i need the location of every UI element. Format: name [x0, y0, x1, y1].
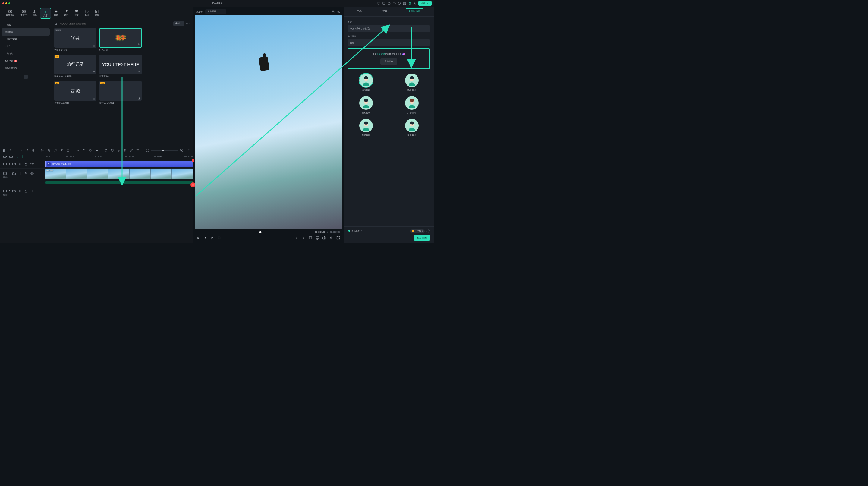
timeline-zoom[interactable]	[146, 148, 184, 152]
preview-canvas[interactable]	[195, 15, 342, 230]
cursor-icon[interactable]	[9, 148, 13, 152]
asset-item[interactable]: VIP旅行Vlog标题11	[99, 81, 142, 104]
ungroup-icon[interactable]	[89, 148, 92, 152]
lock-icon[interactable]	[24, 189, 28, 193]
cart-icon[interactable]	[408, 2, 411, 5]
layout-grid-icon[interactable]	[332, 10, 335, 13]
account-icon[interactable]	[413, 2, 416, 5]
download-icon[interactable]	[93, 97, 96, 100]
add-track-icon[interactable]	[3, 155, 7, 159]
tab-template[interactable]: 模板	[92, 8, 102, 19]
asset-item[interactable]: VIP旅行记录高级旅拍大片标题6	[54, 55, 96, 78]
search-input[interactable]	[59, 22, 172, 26]
mic-icon[interactable]	[117, 148, 120, 152]
voice-option[interactable]: 广告宣传	[405, 96, 418, 114]
crop-preview-icon[interactable]	[308, 236, 313, 240]
download-icon[interactable]	[137, 43, 140, 46]
asset-item[interactable]: 花字红色立体	[99, 28, 142, 52]
display-icon[interactable]	[315, 236, 319, 240]
link-icon[interactable]	[76, 148, 79, 152]
tab-tts[interactable]: 文字转语音	[406, 8, 423, 14]
feedback-icon[interactable]	[377, 2, 380, 5]
time-ruler[interactable]: :00:0000:00:01:0000:00:02:0000:00:03:000…	[45, 154, 193, 159]
collapse-sidebar-icon[interactable]: ‹	[24, 75, 28, 79]
audio-waveform[interactable]	[45, 182, 193, 184]
track-options-icon[interactable]	[9, 155, 13, 159]
sidebar-item-mine[interactable]: ›我的	[1, 21, 50, 28]
download-icon[interactable]	[138, 70, 141, 73]
tab-transition[interactable]: 转场	[51, 8, 61, 19]
sidebar-item-slideshow[interactable]: ›幻灯片	[1, 50, 50, 57]
play-icon[interactable]	[210, 236, 214, 240]
more-options-icon[interactable]: •••	[186, 22, 190, 25]
scrubber[interactable]	[196, 232, 313, 233]
brace-close-icon[interactable]: }	[301, 236, 306, 240]
clone-voice-button[interactable]: 克隆音色	[380, 59, 397, 64]
crop-icon[interactable]	[47, 148, 51, 152]
video-clip[interactable]: My Video	[45, 169, 193, 179]
auto-match-checkbox[interactable]: ✓ 自动匹配 ⓘ	[347, 230, 363, 233]
stack-icon[interactable]	[136, 148, 139, 152]
music-icon[interactable]	[54, 148, 57, 152]
text-tool-icon[interactable]	[60, 148, 63, 152]
eye-icon[interactable]	[30, 172, 34, 176]
prev-frame-icon[interactable]	[196, 236, 200, 240]
download-icon[interactable]	[138, 97, 141, 100]
volume-icon[interactable]	[18, 189, 22, 193]
tab-audio[interactable]: 音频	[30, 8, 40, 19]
fullscreen-icon[interactable]	[336, 236, 340, 240]
volume-preview-icon[interactable]	[329, 236, 333, 240]
lock-icon[interactable]	[24, 162, 28, 166]
folder-icon[interactable]	[12, 162, 16, 166]
asset-item[interactable]: YOUR TEXT HERE新字幕条1	[99, 55, 142, 78]
sidebar-item-popular[interactable]: 热门推荐	[1, 28, 50, 36]
tab-stock[interactable]: 素材库	[18, 8, 30, 19]
delete-icon[interactable]	[32, 148, 35, 152]
generate-button[interactable]: 生成 5	[414, 235, 430, 241]
download-icon[interactable]	[93, 44, 96, 47]
folder-icon[interactable]	[12, 172, 16, 176]
track-media-icon[interactable]	[3, 172, 7, 176]
support-icon[interactable]	[398, 2, 401, 5]
auto-icon[interactable]	[15, 155, 19, 159]
marker-icon[interactable]	[104, 148, 107, 152]
help-icon[interactable]: ⓘ	[361, 230, 363, 233]
brace-open-icon[interactable]: {	[294, 236, 299, 240]
lock-icon[interactable]	[24, 172, 28, 176]
voice-option[interactable]: 磁性朗读	[359, 96, 373, 114]
window-controls[interactable]	[2, 2, 10, 4]
tab-my-media[interactable]: 我的素材	[3, 8, 18, 19]
group-icon[interactable]	[82, 148, 86, 152]
voice-option[interactable]: 激昂解说	[405, 119, 418, 137]
volume-icon[interactable]	[18, 162, 22, 166]
refresh-icon[interactable]	[426, 229, 430, 233]
apps-icon[interactable]	[403, 2, 406, 5]
split-icon[interactable]	[41, 148, 44, 152]
stop-icon[interactable]	[217, 236, 221, 240]
speed-icon[interactable]	[66, 148, 70, 152]
list-icon[interactable]	[187, 148, 190, 152]
sidebar-item-audio-driven[interactable]: 音频驱动文字	[1, 64, 50, 72]
voice-option[interactable]: 电影解说	[405, 73, 418, 92]
eye-icon[interactable]	[30, 162, 34, 166]
track-media-icon[interactable]	[3, 162, 7, 166]
voice-option[interactable]: 纪录解说	[359, 73, 373, 92]
eye-icon[interactable]	[30, 189, 34, 193]
beat-icon[interactable]	[21, 155, 25, 159]
filter-dropdown[interactable]: 全部⌄	[173, 22, 184, 26]
tab-subtitle[interactable]: 字幕	[354, 8, 364, 14]
folder-icon[interactable]	[12, 189, 16, 193]
asset-item[interactable]: VIP西 藏冬季旅拍标题16	[54, 81, 96, 104]
sidebar-item-plain[interactable]: ›纯文字设计	[1, 36, 50, 43]
text-clip[interactable]: T 请全选输入文本内容	[45, 161, 193, 167]
snapshot-icon[interactable]	[322, 236, 327, 240]
device-icon[interactable]	[382, 2, 385, 5]
voice-filter-dropdown[interactable]: 全部⌄	[347, 39, 430, 46]
undo-icon[interactable]	[19, 148, 22, 152]
tab-effect[interactable]: 特效	[61, 8, 71, 19]
track-media-icon[interactable]	[3, 189, 7, 193]
save-icon[interactable]	[388, 2, 391, 5]
lang-dropdown[interactable]: 中文（简体，普通话）⌄	[347, 25, 430, 32]
tab-text[interactable]: 文字	[40, 8, 51, 19]
sidebar-item-smart-subtitle[interactable]: 智能字幕新	[1, 57, 50, 64]
